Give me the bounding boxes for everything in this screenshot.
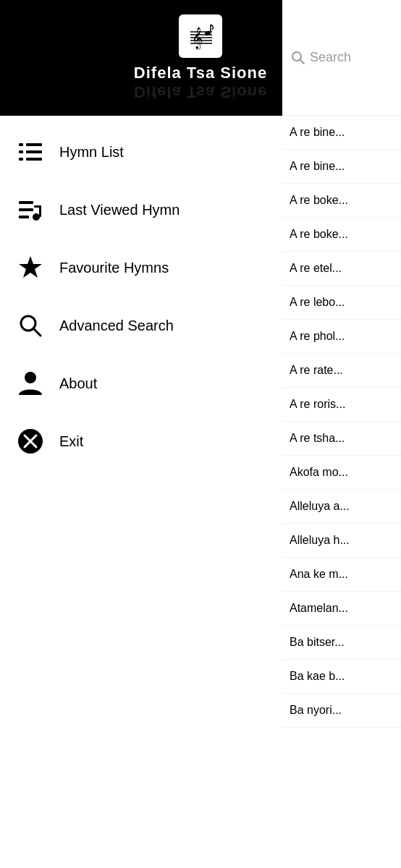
svg-point-30	[292, 52, 301, 61]
list-item[interactable]: Alleluya a...	[282, 490, 401, 524]
drawer-item-last-viewed[interactable]: Last Viewed Hymn	[0, 181, 282, 239]
hymn-list-label: Hymn List	[59, 144, 124, 161]
about-label: About	[59, 375, 97, 392]
svg-rect-14	[26, 150, 42, 153]
exit-label: Exit	[59, 433, 83, 450]
list-item[interactable]: Alleluya h...	[282, 524, 401, 558]
svg-point-20	[33, 213, 40, 221]
person-icon	[14, 367, 46, 399]
list-item[interactable]: A re phol...	[282, 320, 401, 354]
svg-rect-16	[26, 158, 42, 161]
search-icon	[14, 310, 46, 341]
list-item[interactable]: A re roris...	[282, 388, 401, 422]
svg-rect-13	[19, 150, 23, 153]
advanced-search-label: Advanced Search	[59, 318, 174, 334]
drawer-item-advanced-search[interactable]: Advanced Search	[0, 297, 282, 354]
last-viewed-label: Last Viewed Hymn	[59, 202, 180, 218]
app-title-reflection: Difela Tsa Sione	[134, 82, 267, 101]
queue-music-icon	[14, 194, 46, 226]
list-item[interactable]: Akofa mo...	[282, 456, 401, 490]
drawer-item-exit[interactable]: Exit	[0, 412, 282, 470]
search-placeholder: Search	[310, 50, 351, 65]
list-item[interactable]: A re bine...	[282, 150, 401, 184]
list-item[interactable]: A re boke...	[282, 218, 401, 252]
drawer-item-about[interactable]: About	[0, 354, 282, 412]
svg-rect-21	[39, 207, 41, 217]
list-item[interactable]: A re boke...	[282, 184, 401, 218]
list-item[interactable]: Atamelan...	[282, 592, 401, 626]
svg-rect-11	[19, 143, 23, 146]
list-item[interactable]: A re tsha...	[282, 422, 401, 456]
app-logo: 𝄞 Difela Tsa Sione Difela Tsa Sione	[134, 14, 267, 101]
svg-rect-22	[34, 205, 41, 208]
list-item[interactable]: A re etel...	[282, 252, 401, 286]
favourites-label: Favourite Hymns	[59, 260, 169, 276]
svg-marker-23	[19, 256, 42, 278]
svg-line-25	[33, 328, 41, 336]
music-icon-container: 𝄞	[179, 14, 222, 58]
side-drawer: Hymn List Last Viewed Hymn Favourite Hym…	[0, 116, 282, 868]
list-item[interactable]: A re bine...	[282, 116, 401, 150]
svg-point-26	[25, 372, 36, 383]
list-item[interactable]: A re rate...	[282, 354, 401, 388]
list-item[interactable]: A re lebo...	[282, 286, 401, 320]
hymn-list-panel: A re bine... A re bine... A re boke... A…	[282, 116, 401, 728]
svg-rect-15	[19, 158, 23, 161]
cancel-icon	[14, 425, 46, 457]
svg-rect-12	[26, 143, 42, 146]
search-icon-small	[291, 51, 305, 65]
svg-text:𝄞: 𝄞	[192, 27, 203, 50]
svg-line-31	[300, 60, 304, 64]
search-bar[interactable]: Search	[282, 0, 401, 116]
hymn-panel: Search A re bine... A re bine... A re bo…	[282, 0, 401, 868]
treble-clef-icon: 𝄞	[185, 20, 216, 52]
drawer-item-favourites[interactable]: Favourite Hymns	[0, 239, 282, 297]
list-item[interactable]: Ana ke m...	[282, 558, 401, 592]
svg-rect-19	[19, 216, 29, 218]
list-item[interactable]: Ba nyori...	[282, 694, 401, 728]
drawer-item-hymn-list[interactable]: Hymn List	[0, 123, 282, 181]
app-title: Difela Tsa Sione	[134, 64, 267, 82]
list-item[interactable]: Ba kae b...	[282, 660, 401, 694]
svg-rect-18	[19, 208, 33, 211]
search-input-container: Search	[291, 50, 392, 65]
svg-rect-17	[19, 201, 33, 204]
star-icon	[14, 252, 46, 284]
list-item[interactable]: Ba bitser...	[282, 626, 401, 660]
list-icon	[14, 136, 46, 168]
